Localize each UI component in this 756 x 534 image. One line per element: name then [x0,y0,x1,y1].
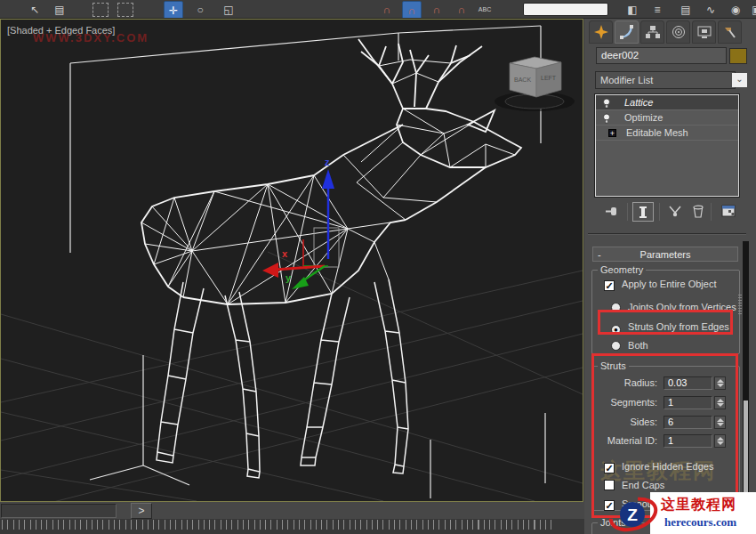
gizmo-x-label: x [282,248,288,259]
stack-item-label: Lattice [624,97,653,108]
configure-modifier-sets-button[interactable] [718,202,739,222]
crossing-selection-icon[interactable] [117,3,133,17]
deer-wireframe-model[interactable] [141,39,521,478]
modify-icon [620,25,634,39]
main-toolbar: ↖ ▤ ✛ ○ ◱ ∩ ∩ ∩ ∩ ABC ◧ ≡ ▤ ∿ ◉ ▣ [0,0,756,19]
select-object-icon[interactable]: ↖ [25,1,44,19]
snap-toggle-icon[interactable]: ∩ [377,1,397,19]
chevron-down-icon[interactable]: ⌄ [732,73,747,87]
select-and-rotate-icon[interactable]: ○ [190,1,210,19]
bulb-icon[interactable] [601,98,612,109]
show-end-result-icon [639,206,647,219]
application-window: ↖ ▤ ✛ ○ ◱ ∩ ∩ ∩ ∩ ABC ◧ ≡ ▤ ∿ ◉ ▣ [0,0,756,534]
site-logo: 这里教程网 herecours.com [650,492,756,534]
tab-modify[interactable] [615,20,639,44]
gizmo-z-label: z [325,157,330,167]
expand-plus-icon[interactable]: + [608,129,616,137]
checkbox-icon[interactable]: ✓ [604,280,615,291]
stack-item-label: Editable Mesh [626,127,688,138]
tab-motion[interactable] [666,20,690,44]
viewport-scene: z x y BACK LEFT [1,20,583,501]
configure-sets-icon [721,205,736,218]
site-logo-domain: herecours.com [664,515,736,530]
named-selection-sets-icon[interactable]: ABC [475,1,495,19]
rollout-title: Parameters [640,249,691,260]
rollout-scroll-grip[interactable] [738,295,742,316]
radio-icon[interactable] [611,341,621,351]
select-and-move-icon[interactable]: ✛ [164,1,183,19]
trash-icon [692,205,704,218]
apply-to-entire-object-checkbox[interactable]: ✓ Apply to Entire Object [604,279,716,291]
percent-snap-icon[interactable]: ∩ [427,1,446,19]
logo-monogram: Z [627,506,638,524]
display-icon [697,25,712,39]
viewcube-left-label[interactable]: LEFT [541,75,557,81]
annotation-box-struts-radio [598,310,733,335]
stack-item-label: Optimize [624,112,663,123]
radio-label: Both [628,340,648,351]
utilities-icon [723,25,737,39]
time-slider-field[interactable] [1,504,117,518]
curve-editor-icon[interactable]: ∿ [701,1,720,19]
tab-create[interactable] [589,20,613,44]
scrollbar-thumb[interactable] [744,400,748,503]
layer-manager-icon[interactable]: ▤ [676,1,696,19]
modifier-stack-toolbar [595,202,739,223]
modifier-list-dropdown[interactable]: Modifier List ⌄ [595,71,736,89]
object-name-field[interactable]: deer002 [596,47,727,64]
named-selection-combo[interactable] [523,3,608,16]
create-icon [594,25,608,39]
viewcube-back-label[interactable]: BACK [514,77,531,83]
panel-scrollbar[interactable] [743,241,749,534]
next-frame-button[interactable]: > [131,503,152,519]
select-by-name-icon[interactable]: ▤ [50,1,69,19]
render-setup-icon[interactable]: ▣ [747,1,756,19]
panel-divider [588,233,746,235]
object-color-swatch[interactable] [729,48,747,64]
mirror-icon[interactable]: ◧ [623,1,642,19]
parameters-rollout-header[interactable]: - Parameters [592,247,738,262]
show-end-result-button[interactable] [632,202,654,222]
tab-utilities[interactable] [718,20,742,44]
material-editor-icon[interactable]: ◉ [726,1,745,19]
make-unique-icon [668,205,682,218]
stack-item-lattice[interactable]: Lattice [596,95,738,110]
tab-display[interactable] [692,20,716,44]
ruler-ticks [2,520,555,530]
checkbox-label: Apply to Entire Object [622,279,716,289]
site-logo-mark: Z [607,495,659,534]
pin-icon [606,205,620,218]
gizmo-y-label: y [286,272,292,283]
motion-icon [672,25,686,39]
pin-stack-button[interactable] [602,202,623,222]
rect-selection-region-icon[interactable] [92,3,109,17]
select-and-scale-icon[interactable]: ◱ [219,1,238,19]
tab-hierarchy[interactable] [640,20,664,44]
perspective-viewport[interactable]: z x y BACK LEFT [Shaded + Edged Faces] W… [0,19,583,502]
spinner-snap-icon[interactable]: ∩ [452,1,471,19]
bulb-icon[interactable] [601,113,612,124]
stack-item-optimize[interactable]: Optimize [596,110,738,125]
time-bar: > 10 20 30 40 50 60 70 80 90 100 [0,502,584,534]
modifier-stack: Lattice Optimize + Editable Mesh [595,94,739,197]
geometry-group-label: Geometry [598,264,646,275]
collapse-icon[interactable]: - [598,247,601,262]
view-cube[interactable]: BACK LEFT [495,57,575,111]
site-logo-title: 这里教程网 [661,496,736,514]
hierarchy-icon [646,25,660,39]
track-bar-ruler[interactable]: 10 20 30 40 50 60 70 80 90 100 [0,519,584,534]
make-unique-button[interactable] [664,202,686,222]
site-watermark: WWW.3DXY.COM [33,31,149,44]
remove-modifier-button[interactable] [688,202,709,222]
angle-snap-icon[interactable]: ∩ [402,1,422,19]
modifier-list-label: Modifier List [600,75,653,85]
radio-both[interactable]: Both [611,340,648,352]
align-icon[interactable]: ≡ [647,1,667,19]
stack-item-editable-mesh[interactable]: + Editable Mesh [596,125,738,141]
